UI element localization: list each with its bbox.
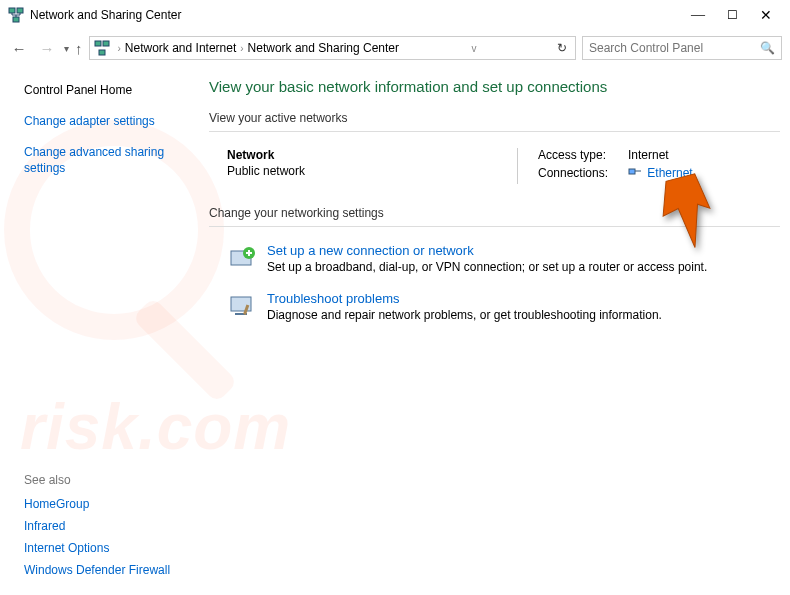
- troubleshoot-desc: Diagnose and repair network problems, or…: [267, 308, 662, 322]
- title-bar: Network and Sharing Center — ☐ ✕: [0, 0, 790, 30]
- control-panel-icon: [94, 40, 110, 56]
- breadcrumb[interactable]: › Network and Internet › Network and Sha…: [89, 36, 577, 60]
- svg-rect-4: [103, 41, 109, 46]
- close-button[interactable]: ✕: [760, 7, 772, 24]
- network-name: Network: [227, 148, 517, 162]
- breadcrumb-item[interactable]: Network and Internet: [125, 41, 236, 55]
- minimize-button[interactable]: —: [691, 7, 705, 23]
- windows-defender-link[interactable]: Windows Defender Firewall: [24, 563, 170, 577]
- svg-rect-5: [99, 50, 105, 55]
- window-title: Network and Sharing Center: [30, 8, 181, 22]
- network-type: Public network: [227, 164, 517, 178]
- access-type-value: Internet: [628, 148, 669, 162]
- control-panel-home-link[interactable]: Control Panel Home: [24, 83, 132, 97]
- new-connection-icon: [227, 243, 259, 275]
- ethernet-icon: [628, 167, 642, 177]
- nav-bar: ← → ▾ ↑ › Network and Internet › Network…: [0, 30, 790, 66]
- setup-connection-link[interactable]: Set up a new connection or network: [267, 243, 474, 258]
- breadcrumb-item[interactable]: Network and Sharing Center: [248, 41, 399, 55]
- chevron-right-icon: ›: [118, 43, 121, 54]
- forward-button[interactable]: →: [36, 40, 58, 57]
- divider: [209, 131, 780, 132]
- back-button[interactable]: ←: [8, 40, 30, 57]
- homegroup-link[interactable]: HomeGroup: [24, 497, 89, 511]
- change-advanced-link[interactable]: Change advanced sharing settings: [24, 145, 164, 176]
- internet-options-link[interactable]: Internet Options: [24, 541, 109, 555]
- sidebar: Control Panel Home Change adapter settin…: [0, 66, 205, 595]
- content-pane: View your basic network information and …: [205, 66, 790, 595]
- breadcrumb-dropdown[interactable]: v: [472, 43, 477, 54]
- svg-rect-1: [17, 8, 23, 13]
- search-icon[interactable]: 🔍: [760, 41, 775, 55]
- chevron-right-icon: ›: [240, 43, 243, 54]
- access-type-label: Access type:: [538, 148, 628, 162]
- svg-rect-0: [9, 8, 15, 13]
- svg-rect-6: [629, 169, 635, 174]
- page-title: View your basic network information and …: [209, 78, 780, 95]
- change-adapter-link[interactable]: Change adapter settings: [24, 114, 155, 128]
- troubleshoot-link[interactable]: Troubleshoot problems: [267, 291, 399, 306]
- infrared-link[interactable]: Infrared: [24, 519, 65, 533]
- annotation-arrow: [648, 170, 718, 250]
- history-dropdown[interactable]: ▾: [64, 43, 69, 54]
- active-networks-label: View your active networks: [209, 111, 780, 125]
- app-icon: [8, 7, 24, 23]
- connections-label: Connections:: [538, 166, 628, 180]
- refresh-button[interactable]: ↻: [553, 41, 571, 55]
- maximize-button[interactable]: ☐: [727, 8, 738, 23]
- troubleshoot-icon: [227, 291, 259, 323]
- setup-connection-desc: Set up a broadband, dial-up, or VPN conn…: [267, 260, 707, 274]
- search-box[interactable]: 🔍: [582, 36, 782, 60]
- svg-rect-2: [13, 17, 19, 22]
- svg-rect-3: [95, 41, 101, 46]
- up-button[interactable]: ↑: [75, 40, 83, 57]
- see-also-label: See also: [24, 473, 170, 487]
- search-input[interactable]: [589, 41, 760, 55]
